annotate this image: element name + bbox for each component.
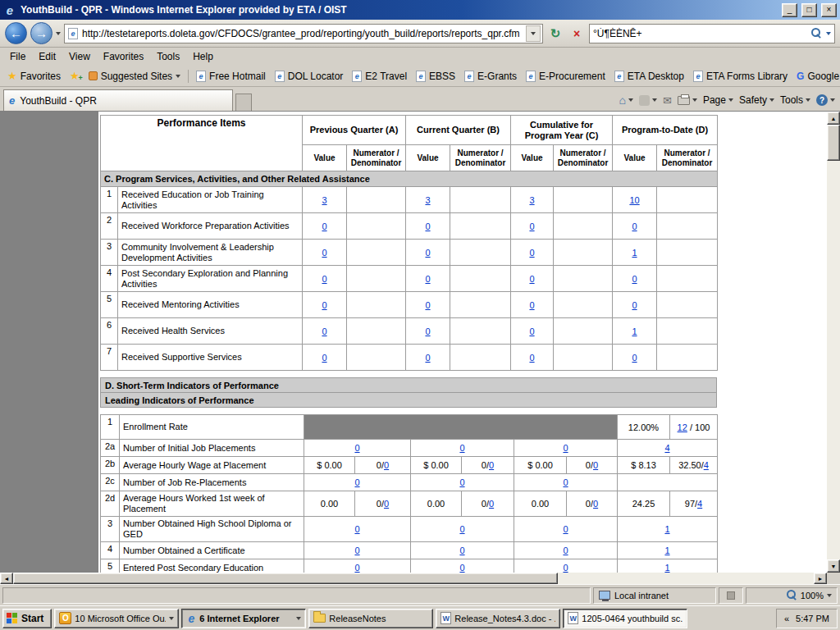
favorite-eta-desktop[interactable]: eETA Desktop — [610, 68, 688, 84]
value-link[interactable]: 0 — [322, 326, 326, 336]
value-link[interactable]: 0 — [322, 274, 326, 284]
favorite-eta-forms-library[interactable]: eETA Forms Library — [689, 68, 792, 84]
value-link[interactable]: 0 — [563, 443, 568, 453]
scroll-right-button[interactable]: ► — [814, 573, 827, 584]
safety-menu-button[interactable]: Safety — [739, 94, 774, 106]
value-link[interactable]: 10 — [629, 195, 639, 205]
value-link[interactable]: 0 — [425, 221, 430, 231]
search-box[interactable]: °Ù¶ÈÈNÊ+ — [589, 24, 835, 43]
denominator-link[interactable]: 0 — [384, 460, 389, 470]
value-link[interactable]: 1 — [664, 563, 669, 573]
value-link[interactable]: 0 — [563, 477, 568, 487]
denominator-link[interactable]: 0 — [489, 460, 494, 470]
value-link[interactable]: 0 — [459, 563, 464, 573]
address-dropdown-button[interactable] — [526, 25, 541, 42]
menu-help[interactable]: Help — [186, 48, 220, 65]
vertical-scrollbar[interactable]: ▲ ▼ — [827, 112, 840, 573]
taskbar-button-release-notes-doc[interactable]: W Release_Notes4.3.doc - ... — [436, 609, 560, 628]
taskbar-button-releasenotes[interactable]: ReleaseNotes — [308, 609, 433, 628]
menu-tools[interactable]: Tools — [150, 48, 186, 65]
feeds-button[interactable] — [639, 95, 657, 106]
search-icon[interactable] — [811, 28, 822, 39]
value-link[interactable]: 3 — [322, 195, 326, 205]
value-link[interactable]: 3 — [529, 195, 534, 205]
value-link[interactable]: 0 — [529, 300, 534, 310]
value-link[interactable]: 0 — [529, 274, 534, 284]
address-bar[interactable]: e http://testetareports.doleta.gov/CFDOC… — [64, 24, 543, 43]
favorite-e2-travel[interactable]: eE2 Travel — [348, 68, 411, 84]
taskbar-button-internet-explorer[interactable]: e 6 Internet Explorer — [181, 609, 306, 628]
menu-view[interactable]: View — [62, 48, 97, 65]
value-link[interactable]: 1 — [632, 248, 637, 258]
value-link[interactable]: 0 — [322, 221, 326, 231]
value-link[interactable]: 0 — [563, 563, 568, 573]
horizontal-scrollbar[interactable]: ◄ ► — [0, 573, 827, 584]
search-dropdown-icon[interactable] — [826, 32, 831, 35]
start-button[interactable]: Start — [2, 609, 52, 628]
value-link[interactable]: 0 — [322, 300, 326, 310]
value-link[interactable]: 1 — [664, 546, 669, 555]
value-link[interactable]: 0 — [425, 248, 430, 258]
back-button[interactable]: ← — [5, 22, 27, 44]
value-link[interactable]: 0 — [529, 221, 534, 231]
menu-edit[interactable]: Edit — [32, 48, 62, 65]
tray-chevron-button[interactable]: « — [784, 614, 789, 623]
value-link[interactable]: 0 — [322, 353, 326, 363]
refresh-button[interactable]: ↻ — [546, 24, 564, 43]
favorite-ebss[interactable]: eEBSS — [412, 68, 459, 84]
denominator-link[interactable]: 0 — [489, 499, 494, 509]
value-link[interactable]: 0 — [529, 248, 534, 258]
favorite-dol-locator[interactable]: eDOL Locator — [271, 68, 348, 84]
favorite-e-procurement[interactable]: eE-Procurement — [522, 68, 609, 84]
value-link[interactable]: 0 — [632, 274, 637, 284]
value-link[interactable]: 3 — [425, 195, 430, 205]
page-menu-button[interactable]: Page — [703, 94, 733, 106]
denominator-link[interactable]: 0 — [593, 499, 598, 509]
value-link[interactable]: 0 — [354, 443, 359, 453]
value-link[interactable]: 0 — [425, 353, 430, 363]
read-mail-button[interactable]: ✉ — [663, 94, 672, 107]
value-link[interactable]: 0 — [459, 546, 464, 555]
value-link[interactable]: 0 — [632, 300, 637, 310]
search-input[interactable]: °Ù¶ÈÈNÊ+ — [593, 28, 807, 39]
scroll-up-button[interactable]: ▲ — [827, 112, 840, 125]
restore-button[interactable]: □ — [801, 3, 817, 17]
denominator-link[interactable]: 4 — [704, 460, 709, 470]
tools-menu-button[interactable]: Tools — [780, 94, 810, 106]
scroll-left-button[interactable]: ◄ — [0, 573, 13, 584]
favorites-button[interactable]: ★ Favorites — [3, 68, 65, 84]
value-link[interactable]: 0 — [354, 546, 359, 555]
tab-youthbuild-qpr[interactable]: e YouthBuild - QPR — [3, 89, 233, 111]
forward-button[interactable]: → — [30, 22, 52, 44]
value-link[interactable]: 0 — [459, 443, 464, 453]
value-link[interactable]: 0 — [529, 353, 534, 363]
value-link[interactable]: 0 — [354, 563, 359, 573]
horizontal-scroll-thumb[interactable] — [13, 573, 558, 584]
value-link[interactable]: 0 — [632, 221, 637, 231]
value-link[interactable]: 0 — [425, 326, 430, 336]
value-link[interactable]: 0 — [529, 326, 534, 336]
suggested-sites-button[interactable]: Suggested Sites — [84, 68, 185, 84]
value-link[interactable]: 0 — [322, 248, 326, 258]
menu-favorites[interactable]: Favorites — [97, 48, 150, 65]
value-link[interactable]: 0 — [459, 477, 464, 487]
value-link[interactable]: 0 — [632, 353, 637, 363]
numerator-link[interactable]: 12 — [678, 422, 687, 432]
value-link[interactable]: 0 — [563, 546, 568, 555]
value-link[interactable]: 0 — [354, 477, 359, 487]
minimize-button[interactable]: _ — [782, 3, 797, 17]
zoom-dropdown-icon[interactable] — [827, 594, 832, 597]
taskbar-button-youthbuild-doc[interactable]: W 1205-0464 youthbuild sc... — [563, 609, 687, 628]
menu-file[interactable]: File — [3, 48, 32, 65]
recent-pages-dropdown-icon[interactable] — [56, 32, 61, 35]
address-url[interactable]: http://testetareports.doleta.gov/CFDOCS/… — [82, 28, 522, 39]
value-link[interactable]: 0 — [425, 300, 430, 310]
print-button[interactable] — [678, 96, 697, 105]
denominator-link[interactable]: 0 — [593, 460, 598, 470]
value-link[interactable]: 1 — [664, 524, 669, 534]
horizontal-scroll-track[interactable] — [13, 573, 814, 584]
new-tab-button[interactable] — [235, 94, 252, 111]
value-link[interactable]: 0 — [354, 524, 359, 534]
value-link[interactable]: 0 — [563, 524, 568, 534]
value-link[interactable]: 1 — [632, 326, 637, 336]
